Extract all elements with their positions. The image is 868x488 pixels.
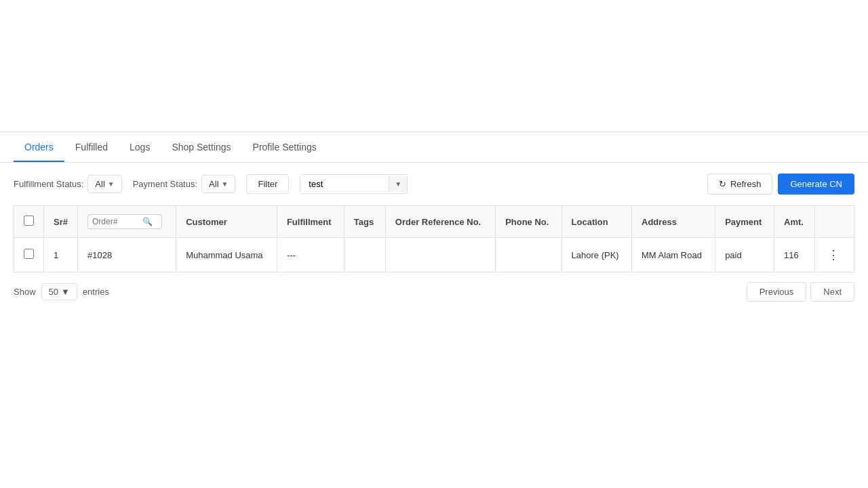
row-fulfillment: ---	[277, 238, 344, 272]
header-order-ref: Order Reference No.	[385, 206, 495, 238]
payment-filter-group: Payment Status: All ▼	[133, 175, 236, 193]
show-entries: Show 50 ▼ entries	[14, 283, 109, 300]
toolbar-right: ↻ Refresh Generate CN	[707, 174, 854, 195]
next-button[interactable]: Next	[810, 282, 854, 302]
header-actions	[815, 206, 854, 238]
header-checkbox-col	[14, 206, 44, 238]
tabs-bar: Orders Fulfilled Logs Shop Settings Prof…	[0, 132, 868, 163]
toolbar-left: Fulfillment Status: All ▼ Payment Status…	[14, 174, 696, 194]
entries-label: entries	[83, 287, 109, 297]
pagination-bar: Show 50 ▼ entries Previous Next	[0, 272, 868, 311]
select-all-checkbox[interactable]	[24, 216, 34, 226]
refresh-icon: ↻	[719, 179, 726, 189]
order-search-box: 🔍	[87, 214, 162, 229]
entries-dropdown[interactable]: 50 ▼	[41, 283, 77, 300]
row-actions-menu[interactable]: ⋮	[825, 246, 842, 264]
row-location: Lahore (PK)	[561, 238, 631, 272]
header-tags: Tags	[344, 206, 385, 238]
header-sr: Sr#	[44, 206, 78, 238]
header-order-search: 🔍	[78, 206, 176, 238]
search-dropdown: ▼	[300, 174, 408, 194]
order-search-icon: 🔍	[142, 217, 153, 226]
header-customer: Customer	[176, 206, 277, 238]
table-header-row: Sr# 🔍 Customer Fulfillment Tags Order Re…	[14, 206, 854, 238]
show-label: Show	[14, 287, 36, 297]
row-amt: 116	[774, 238, 815, 272]
table-body: 1 #1028 Muhammad Usama --- Lahore (PK) M…	[14, 238, 854, 272]
header-address: Address	[632, 206, 715, 238]
entries-value: 50	[49, 287, 58, 297]
row-order-ref	[385, 238, 495, 272]
header-payment: Payment	[715, 206, 774, 238]
top-space	[0, 0, 868, 132]
tab-profile-settings[interactable]: Profile Settings	[242, 132, 328, 162]
fulfillment-arrow-icon: ▼	[108, 180, 115, 188]
tab-fulfilled[interactable]: Fulfilled	[64, 132, 119, 162]
generate-cn-button[interactable]: Generate CN	[778, 174, 854, 195]
search-input[interactable]	[300, 175, 389, 193]
refresh-button[interactable]: ↻ Refresh	[707, 174, 773, 195]
row-customer: Muhammad Usama	[176, 238, 277, 272]
header-fulfillment: Fulfillment	[277, 206, 344, 238]
payment-status-label: Payment Status:	[133, 179, 197, 189]
fulfillment-status-label: Fulfillment Status:	[14, 179, 83, 189]
row-order-no: #1028	[78, 238, 176, 272]
toolbar: Fulfillment Status: All ▼ Payment Status…	[0, 163, 868, 205]
table-container: Sr# 🔍 Customer Fulfillment Tags Order Re…	[0, 205, 868, 272]
table-row: 1 #1028 Muhammad Usama --- Lahore (PK) M…	[14, 238, 854, 272]
orders-table: Sr# 🔍 Customer Fulfillment Tags Order Re…	[14, 205, 854, 272]
order-search-input[interactable]	[92, 217, 140, 226]
row-tags	[344, 238, 385, 272]
fulfillment-filter-group: Fulfillment Status: All ▼	[14, 175, 122, 193]
search-dropdown-arrow-icon[interactable]: ▼	[389, 176, 407, 192]
row-address: MM Alam Road	[632, 238, 715, 272]
previous-button[interactable]: Previous	[747, 282, 807, 302]
header-location: Location	[561, 206, 631, 238]
fulfillment-dropdown[interactable]: All ▼	[87, 175, 121, 193]
row-payment: paid	[715, 238, 774, 272]
tab-shop-settings[interactable]: Shop Settings	[161, 132, 241, 162]
row-checkbox-cell	[14, 238, 44, 272]
tab-logs[interactable]: Logs	[119, 132, 161, 162]
pagination-buttons: Previous Next	[747, 282, 854, 302]
header-amt: Amt.	[774, 206, 815, 238]
filter-button[interactable]: Filter	[246, 174, 289, 194]
row-phone	[496, 238, 561, 272]
entries-arrow-icon: ▼	[61, 287, 70, 297]
row-checkbox[interactable]	[24, 249, 34, 259]
payment-arrow-icon: ▼	[222, 180, 229, 188]
tab-orders[interactable]: Orders	[14, 132, 64, 162]
row-actions-cell: ⋮	[815, 238, 854, 272]
header-phone: Phone No.	[496, 206, 561, 238]
payment-dropdown[interactable]: All ▼	[201, 175, 235, 193]
row-sr: 1	[44, 238, 78, 272]
